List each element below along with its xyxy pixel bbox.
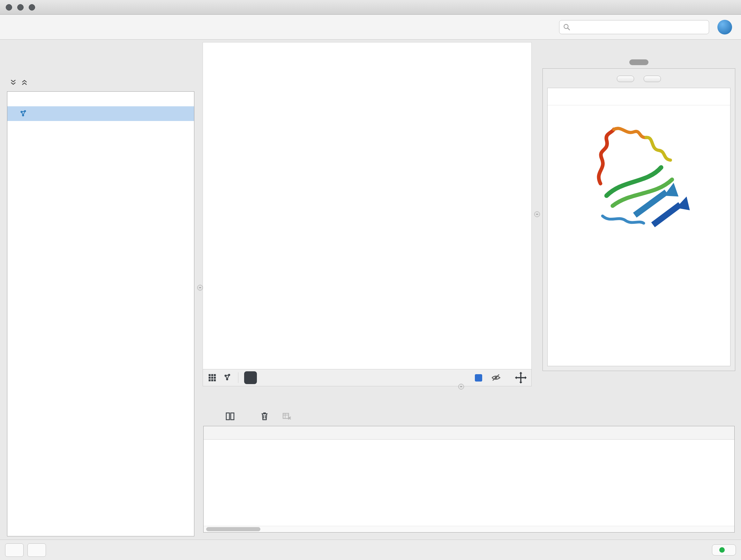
table-toolbar xyxy=(203,407,735,426)
results-panel xyxy=(542,42,735,386)
string-results-box xyxy=(542,68,735,371)
gene-card xyxy=(547,88,731,366)
export-network-button[interactable] xyxy=(244,371,257,384)
collapse-all-icon[interactable] xyxy=(9,78,17,87)
delete-table-icon xyxy=(282,411,292,422)
network-overview-icon[interactable] xyxy=(223,373,232,382)
warning-icon[interactable] xyxy=(27,543,46,557)
network-collection-row[interactable] xyxy=(7,91,194,106)
eye-slash-icon[interactable] xyxy=(491,373,501,382)
window-controls xyxy=(0,4,35,10)
pan-crosshair-icon[interactable] xyxy=(515,372,527,384)
tab-string[interactable] xyxy=(629,59,649,65)
table-panel xyxy=(203,391,735,535)
selected-checkbox-icon[interactable] xyxy=(475,374,482,381)
hidden-counts xyxy=(491,373,504,382)
delete-column-icon[interactable] xyxy=(259,411,270,422)
search-box[interactable] xyxy=(559,20,709,34)
network-view-toolbar xyxy=(203,369,532,386)
control-panel-header xyxy=(4,42,198,58)
splitter-handle-right[interactable] xyxy=(534,211,540,217)
control-panel xyxy=(4,42,198,540)
main-area xyxy=(0,40,741,540)
splitter-handle-left[interactable] xyxy=(197,285,203,291)
crosslinks-title xyxy=(548,244,730,249)
right-region xyxy=(203,42,735,540)
vertical-splitter[interactable] xyxy=(532,42,542,386)
search-icon xyxy=(562,23,571,31)
control-panel-tabs xyxy=(4,58,198,73)
protein-structure-image xyxy=(548,110,730,244)
table-panel-header xyxy=(203,391,735,407)
grid-view-icon[interactable] xyxy=(207,373,217,382)
status-bar xyxy=(0,540,741,560)
show-columns-icon[interactable] xyxy=(225,411,235,422)
toolbar-separator xyxy=(238,372,239,383)
gene-description xyxy=(548,105,730,110)
table-body xyxy=(204,440,734,526)
results-tabs xyxy=(542,59,735,65)
splitter-handle-bottom[interactable] xyxy=(458,384,464,389)
cloud-icon[interactable] xyxy=(5,543,23,557)
title-bar xyxy=(0,0,741,15)
scrollbar-thumb[interactable] xyxy=(206,527,260,531)
network-view xyxy=(203,42,532,386)
selected-counts xyxy=(475,374,485,381)
network-canvas[interactable] xyxy=(203,42,532,369)
memory-button[interactable] xyxy=(712,544,736,556)
table-header-row xyxy=(204,426,734,440)
network-icon xyxy=(19,109,28,118)
search-input[interactable] xyxy=(574,23,705,31)
network-tree xyxy=(7,91,194,537)
gene-card-header[interactable] xyxy=(548,88,730,105)
results-panel-header xyxy=(542,42,735,58)
expand-all-icon[interactable] xyxy=(20,78,29,87)
horizontal-scrollbar[interactable] xyxy=(204,526,734,532)
minimize-window-button[interactable] xyxy=(17,4,23,10)
main-toolbar xyxy=(0,15,741,40)
network-selection-bar xyxy=(4,73,198,91)
memory-status-dot xyxy=(719,547,725,553)
network-row-selected[interactable] xyxy=(7,106,194,121)
expand-all-button[interactable] xyxy=(617,76,634,82)
help-button[interactable] xyxy=(718,20,732,35)
maximize-window-button[interactable] xyxy=(29,4,35,10)
node-table xyxy=(203,426,735,533)
close-window-button[interactable] xyxy=(6,4,12,10)
collapse-all-button[interactable] xyxy=(644,76,661,82)
